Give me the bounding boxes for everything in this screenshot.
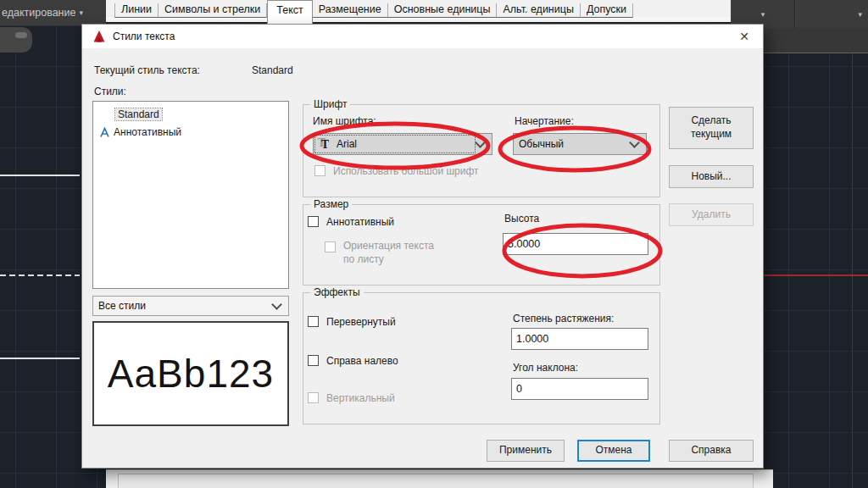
make-current-button[interactable]: Сделать текущим [669,107,754,149]
tab-alt-units[interactable]: Альт. единицы [497,3,580,18]
styles-list-label: Стили: [94,86,126,97]
delete-button: Удалить [669,203,754,226]
chevron-down-icon: ▾ [79,8,83,17]
size-group-title: Размер [310,198,352,210]
drawing-line-dashed [0,274,80,276]
grid-major-line [852,25,853,488]
tab-tolerances[interactable]: Допуски [581,3,633,18]
oblique-angle-input[interactable] [511,378,648,400]
upside-down-checkbox[interactable] [308,316,319,327]
ribbon-pill [15,32,27,38]
text-styles-dialog: Стили текста ✕ Текущий стиль текста: Sta… [81,24,764,469]
list-item-label: Standard [115,108,162,120]
chevron-down-icon: ▾ [761,10,765,19]
annotative-label: Аннотативный [326,216,394,228]
tab-symbols-arrows[interactable]: Символы и стрелки [159,3,267,18]
focus-rect [315,136,475,152]
truetype-icon: TT [318,138,332,151]
ribbon-editing-label: едактирование [0,7,75,19]
underlying-dialog-panel [118,474,754,488]
width-factor-label: Степень растяжения: [513,313,614,324]
current-style-value: Standard [252,64,293,76]
effects-group-title: Эффекты [310,286,364,298]
font-style-value: Обычный [514,138,631,150]
font-name-select[interactable]: TT Arial [313,133,492,155]
chevron-down-icon [271,299,282,310]
tab-text[interactable]: Текст [267,0,312,24]
bigfont-label: Использовать большой шрифт [333,165,479,177]
bigfont-checkbox [314,165,326,176]
upside-down-label: Перевернутый [326,316,396,328]
ribbon-corner-shape [0,27,32,53]
underlying-dialog-bottom [106,469,773,488]
drawing-line-red [754,274,868,276]
ribbon-panel-dropdown-2[interactable]: ▾ [795,0,868,28]
autocad-logo-icon [92,30,106,43]
list-item-annotative[interactable]: Аннотативный [93,125,288,140]
style-filter-select[interactable]: Все стили [92,296,289,316]
chevron-down-icon [475,137,486,148]
annotative-icon [99,127,110,138]
ribbon-lower-bar [764,28,868,53]
cancel-button[interactable]: Отмена [577,440,650,462]
annotative-checkbox[interactable] [308,216,319,227]
font-style-label: Начертание: [515,115,574,127]
backwards-label: Справа налево [326,355,398,367]
drawing-line [0,175,80,176]
list-item-label: Аннотативный [114,126,181,138]
help-button[interactable]: Справка [669,440,754,462]
ribbon-editing-panel[interactable]: едактирование ▾ [0,0,106,25]
vertical-label: Вертикальный [326,392,395,404]
apply-button[interactable]: Применить [487,440,565,462]
close-icon[interactable]: ✕ [726,25,763,48]
chevron-down-icon: ▾ [858,10,862,19]
backwards-checkbox[interactable] [308,355,319,366]
font-group-title: Шрифт [310,98,350,110]
list-item-standard[interactable]: Standard [93,107,288,122]
orientation-label-line2: по листу [343,253,384,265]
oblique-angle-label: Угол наклона: [513,362,578,374]
drawing-line [0,358,80,359]
orientation-checkbox [325,241,336,252]
dialog-title: Стили текста [113,30,175,42]
height-input[interactable] [503,233,648,255]
style-filter-value: Все стили [93,300,273,312]
width-factor-input[interactable] [511,328,648,350]
preview-text: AaBb123 [108,351,274,396]
tab-fit[interactable]: Размещение [313,3,388,18]
height-label: Высота [504,213,539,225]
dialog-titlebar[interactable]: Стили текста ✕ [82,25,763,48]
font-name-label: Имя шрифта: [313,115,376,127]
tab-primary-units[interactable]: Основные единицы [388,3,498,18]
tab-lines[interactable]: Линии [114,3,159,18]
font-style-select[interactable]: Обычный [513,133,647,155]
styles-listbox[interactable]: Standard Аннотативный [92,101,289,289]
current-style-label: Текущий стиль текста: [94,64,200,76]
chevron-down-icon [629,137,640,148]
new-button[interactable]: Новый... [669,165,754,188]
orientation-label-line1: Ориентация текста [343,240,434,252]
dimension-style-tabstrip: Линии Символы и стрелки Текст Размещение… [106,0,733,22]
style-preview-box: AaBb123 [92,321,289,426]
vertical-checkbox [308,392,319,403]
